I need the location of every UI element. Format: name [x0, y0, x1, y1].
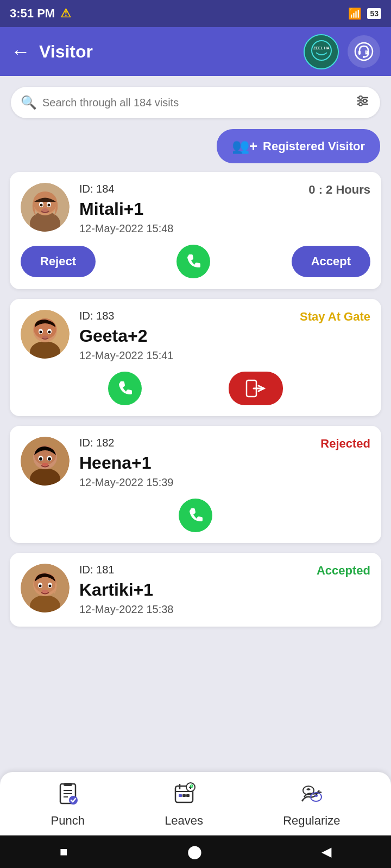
nav-leaves[interactable]: Leaves — [165, 782, 203, 828]
regularize-label: Regularize — [283, 814, 340, 828]
search-bar[interactable]: 🔍 — [11, 87, 380, 118]
android-back-button[interactable]: ◀ — [321, 844, 331, 859]
svg-point-28 — [48, 331, 51, 334]
header: ← Visitor ZEEL HA — [0, 27, 391, 76]
visitor-status-184: 0 : 2 Hours — [308, 183, 370, 197]
card-id-row-181: ID: 181 Accepted — [79, 564, 370, 578]
nav-regularize[interactable]: Regularize — [283, 782, 340, 828]
card-top-183: ID: 183 Stay At Gate Geeta+2 12-May-2022… — [21, 310, 370, 362]
visitor-card-184: ID: 184 0 : 2 Hours Mitali+1 12-May-2022… — [10, 172, 381, 289]
card-id-row-182: ID: 182 Rejected — [79, 437, 370, 451]
card-info-181: ID: 181 Accepted Kartiki+1 12-May-2022 1… — [79, 564, 370, 616]
svg-point-20 — [42, 208, 48, 212]
visitor-name-182: Heena+1 — [79, 453, 370, 473]
visitor-name-183: Geeta+2 — [79, 326, 370, 346]
visitor-avatar-183 — [21, 310, 70, 359]
svg-point-10 — [363, 99, 367, 103]
status-left: 3:51 PM ⚠ — [10, 7, 71, 21]
card-info-184: ID: 184 0 : 2 Hours Mitali+1 12-May-2022… — [79, 183, 370, 235]
card-top-182: ID: 182 Rejected Heena+1 12-May-2022 15:… — [21, 437, 370, 489]
card-info-183: ID: 183 Stay At Gate Geeta+2 12-May-2022… — [79, 310, 370, 362]
leaves-label: Leaves — [165, 814, 203, 828]
reject-button-184[interactable]: Reject — [21, 246, 96, 277]
card-id-row-183: ID: 183 Stay At Gate — [79, 310, 370, 324]
card-info-182: ID: 182 Rejected Heena+1 12-May-2022 15:… — [79, 437, 370, 489]
svg-point-49 — [42, 590, 48, 593]
visitor-card-183: ID: 183 Stay At Gate Geeta+2 12-May-2022… — [10, 299, 381, 416]
visitor-id-182: ID: 182 — [79, 437, 114, 449]
add-visitor-icon: 👥+ — [232, 138, 257, 155]
accept-button-184[interactable]: Accept — [292, 246, 370, 277]
svg-rect-3 — [358, 50, 361, 55]
visitor-date-183: 12-May-2022 15:41 — [79, 349, 370, 362]
registered-visitor-area: 👥+ Registered Visitor — [0, 124, 391, 172]
svg-point-5 — [363, 56, 365, 58]
support-button[interactable] — [348, 35, 380, 68]
header-left: ← Visitor — [11, 40, 93, 63]
svg-point-19 — [48, 204, 51, 207]
leaves-icon — [172, 782, 196, 810]
visitor-name-184: Mitali+1 — [79, 199, 370, 219]
svg-point-48 — [49, 585, 52, 588]
warning-icon: ⚠ — [60, 7, 71, 21]
registered-visitor-button[interactable]: 👥+ Registered Visitor — [217, 129, 380, 163]
card-top-184: ID: 184 0 : 2 Hours Mitali+1 12-May-2022… — [21, 183, 370, 235]
svg-point-40 — [42, 463, 48, 466]
nav-punch[interactable]: Punch — [51, 782, 85, 828]
visitor-id-181: ID: 181 — [79, 564, 114, 576]
visitor-date-182: 12-May-2022 15:39 — [79, 476, 370, 489]
wifi-icon: 📶 — [348, 7, 362, 20]
svg-point-27 — [40, 331, 42, 334]
bottom-nav: Punch Leaves — [0, 772, 391, 835]
header-right: ZEEL HA — [304, 34, 380, 69]
svg-point-11 — [359, 103, 362, 106]
punch-label: Punch — [51, 814, 85, 828]
company-logo: ZEEL HA — [304, 34, 339, 69]
android-nav: ■ ⬤ ◀ — [0, 835, 391, 868]
svg-point-38 — [39, 457, 42, 461]
cards-container: ID: 184 0 : 2 Hours Mitali+1 12-May-2022… — [0, 172, 391, 627]
visitor-card-181: ID: 181 Accepted Kartiki+1 12-May-2022 1… — [10, 553, 381, 627]
card-actions-183 — [21, 372, 370, 405]
page-title: Visitor — [39, 42, 93, 62]
status-bar: 3:51 PM ⚠ 📶 53 — [0, 0, 391, 27]
visitor-card-182: ID: 182 Rejected Heena+1 12-May-2022 15:… — [10, 426, 381, 543]
visitor-status-183: Stay At Gate — [300, 310, 370, 324]
exit-button-183[interactable] — [229, 372, 283, 405]
svg-rect-62 — [186, 794, 190, 797]
visitor-avatar-181 — [21, 564, 70, 612]
svg-rect-61 — [182, 794, 186, 797]
visitor-date-184: 12-May-2022 15:48 — [79, 222, 370, 235]
back-button[interactable]: ← — [11, 40, 30, 63]
android-home-button[interactable]: ⬤ — [187, 844, 202, 859]
call-button-182[interactable] — [179, 499, 212, 532]
svg-point-9 — [359, 96, 362, 99]
search-input[interactable] — [42, 97, 350, 109]
visitor-id-183: ID: 183 — [79, 310, 114, 322]
call-button-183[interactable] — [108, 372, 142, 405]
punch-icon — [56, 782, 80, 810]
visitor-date-181: 12-May-2022 15:38 — [79, 603, 370, 616]
svg-point-47 — [39, 585, 42, 588]
visitor-id-184: ID: 184 — [79, 183, 114, 195]
svg-rect-60 — [179, 794, 182, 797]
card-id-row-184: ID: 184 0 : 2 Hours — [79, 183, 370, 197]
visitor-avatar-182 — [21, 437, 70, 486]
status-right: 📶 53 — [348, 7, 381, 20]
call-button-184[interactable] — [176, 245, 210, 278]
visitor-status-182: Rejected — [320, 437, 370, 451]
svg-point-18 — [40, 204, 43, 207]
visitor-status-181: Accepted — [317, 564, 370, 578]
svg-point-29 — [42, 336, 48, 339]
visitor-avatar-184 — [21, 183, 70, 232]
card-actions-182 — [21, 499, 370, 532]
search-icon: 🔍 — [21, 95, 37, 110]
android-stop-button[interactable]: ■ — [60, 844, 68, 859]
card-actions-184: Reject Accept — [21, 245, 370, 278]
battery-indicator: 53 — [367, 8, 381, 19]
svg-rect-51 — [64, 783, 72, 786]
search-area: 🔍 — [0, 76, 391, 124]
filter-icon[interactable] — [355, 93, 370, 112]
visitor-name-181: Kartiki+1 — [79, 580, 370, 600]
svg-text:ZEEL HA: ZEEL HA — [313, 46, 330, 50]
